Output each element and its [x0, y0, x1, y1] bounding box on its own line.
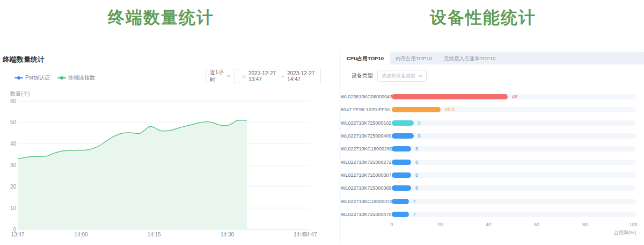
x-tick-label: 14:15: [148, 232, 161, 237]
bar-row: WL022710K7250003698: [341, 185, 644, 191]
bar-track: [392, 199, 636, 204]
x-tick-label: 14:47: [303, 232, 317, 237]
y-tick-label: 60: [10, 98, 17, 104]
bar-row: 6047-FF96-1070-EF0A20.3: [341, 107, 644, 112]
dashboard: 终端数量统计 设备性能统计 终端数量统计 Portal认证 终端连接数 近1小时: [0, 0, 644, 245]
legend-item-terminal-connections[interactable]: 终端连接数: [57, 74, 95, 82]
bar-value-label: 8: [415, 160, 418, 165]
tab-memory-top10[interactable]: 内存占用TOP10: [390, 52, 438, 64]
y-tick-label: 20: [10, 184, 17, 190]
time-range-value: 近1小时: [210, 69, 226, 84]
bar-track: [392, 172, 636, 178]
x-tick-label: 40: [486, 222, 491, 227]
bar-value-label: 7: [413, 199, 416, 204]
terminal-line-chart: 0102030405060数量(个)13:4714:0014:1514:3014…: [0, 86, 322, 245]
bar-category-label: WL022710KC18000372: [341, 199, 386, 204]
bar-row: WL022710K7250001029: [341, 120, 644, 126]
date-separator: -: [281, 73, 284, 79]
bar-track: [392, 160, 636, 165]
y-axis-name: 数量(个): [10, 91, 30, 97]
device-section-title: 设备性能统计: [322, 6, 644, 29]
x-tick-label: 13:47: [11, 232, 24, 237]
bar: [392, 199, 409, 204]
x-tick-label: 14:00: [75, 232, 88, 237]
bar-category-label: WL022710KC18000280: [341, 146, 386, 152]
bar: [392, 107, 441, 112]
bar-value-label: 8: [415, 146, 418, 152]
chart-legend: Portal认证 终端连接数: [14, 74, 95, 82]
bar-category-label: WL023610KC06000043: [341, 94, 386, 99]
terminal-panel-header: 终端数量统计: [3, 55, 45, 64]
bar-category-label: WL022710K725000307: [341, 172, 386, 178]
tab-cpu-top10[interactable]: CPU占用TOP10: [341, 52, 390, 64]
bar-value-label: 8: [415, 172, 418, 178]
bar: [392, 120, 414, 126]
y-tick-label: 40: [10, 141, 17, 147]
y-tick-label: 30: [10, 162, 17, 168]
bar: [392, 146, 411, 152]
bar-category-label: WL022710K725000409: [341, 133, 386, 139]
bar-row: WL022710KC180002808: [341, 146, 644, 152]
device-type-filter: 设备类型 请选择设备类型: [352, 70, 427, 82]
x-tick-label: 0: [390, 222, 393, 227]
bar-value-label: 9: [418, 133, 421, 139]
bar-track: [392, 212, 636, 217]
y-tick-label: 10: [10, 205, 17, 211]
bar-value-label: 20.3: [445, 107, 455, 112]
bar-track: [392, 120, 636, 126]
device-type-placeholder: 请选择设备类型: [382, 73, 415, 80]
x-tick-label: 20: [437, 222, 443, 227]
series-area: [18, 120, 247, 229]
bar: [392, 133, 414, 139]
x-tick-label: 14:30: [221, 232, 234, 237]
bar-category-label: WL022710K725000102: [341, 120, 386, 126]
clock-icon: [242, 74, 246, 79]
bar-row: WL022710KC180003727: [341, 199, 644, 204]
legend-label: 终端连接数: [68, 74, 95, 82]
bar-value-label: 9: [418, 120, 421, 126]
portal-legend-marker-icon: [14, 76, 23, 80]
bar-row: WL022710K7250004099: [341, 133, 644, 139]
bar: [392, 172, 411, 178]
x-tick-label: 80: [582, 222, 588, 227]
x-tick-label: 100: [629, 222, 637, 227]
date-range-picker[interactable]: 2023-12-27 13:47 - 2023-12-27 14:47: [238, 69, 321, 83]
bar-row: WL022710K7250004707: [341, 212, 644, 217]
bar-value-label: 8: [415, 185, 418, 191]
tab-wireless-ap-rate-top10[interactable]: 无线接入点速率TOP10: [438, 52, 501, 64]
device-tabs: CPU占用TOP10 内存占用TOP10 无线接入点速率TOP10: [341, 52, 644, 64]
bar-track: [392, 185, 636, 191]
date-end: 2023-12-27 14:47: [287, 70, 317, 82]
bar-chart-x-axis-name: 占用率(%): [341, 229, 636, 236]
x-tick-label: 60: [534, 222, 539, 227]
bar-value-label: 7: [413, 212, 416, 217]
terminal-legend-marker-icon: [57, 76, 66, 80]
bar: [392, 185, 411, 191]
bar-value-label: 48: [512, 94, 517, 99]
bar-category-label: WL022710K725000369: [341, 185, 386, 191]
device-performance-card: CPU占用TOP10 内存占用TOP10 无线接入点速率TOP10 设备类型 请…: [341, 52, 644, 245]
legend-item-portal[interactable]: Portal认证: [14, 74, 50, 82]
bar-row: WL022710K7250002728: [341, 160, 644, 165]
time-range-select[interactable]: 近1小时: [206, 69, 235, 83]
bar-category-label: WL022710K725000272: [341, 160, 386, 165]
bar-category-label: WL022710K725000470: [341, 212, 386, 217]
device-type-label: 设备类型: [352, 72, 373, 80]
bar-track: [392, 133, 636, 139]
date-start: 2023-12-27 13:47: [248, 70, 278, 82]
terminal-section-title: 终端数量统计: [0, 6, 322, 29]
bar-category-label: 6047-FF96-1070-EF0A: [341, 107, 386, 112]
chevron-down-icon: [226, 75, 231, 77]
bar: [392, 94, 508, 99]
bar-row: WL022710K7250003078: [341, 172, 644, 178]
y-tick-label: 50: [10, 119, 17, 125]
legend-label: Portal认证: [25, 74, 50, 82]
chevron-down-icon: [418, 75, 422, 77]
bar-track: [392, 146, 636, 152]
device-type-select[interactable]: 请选择设备类型: [377, 70, 427, 82]
bar: [392, 212, 409, 217]
bar-row: WL023610KC0600004348: [341, 94, 644, 99]
bar: [392, 160, 411, 165]
